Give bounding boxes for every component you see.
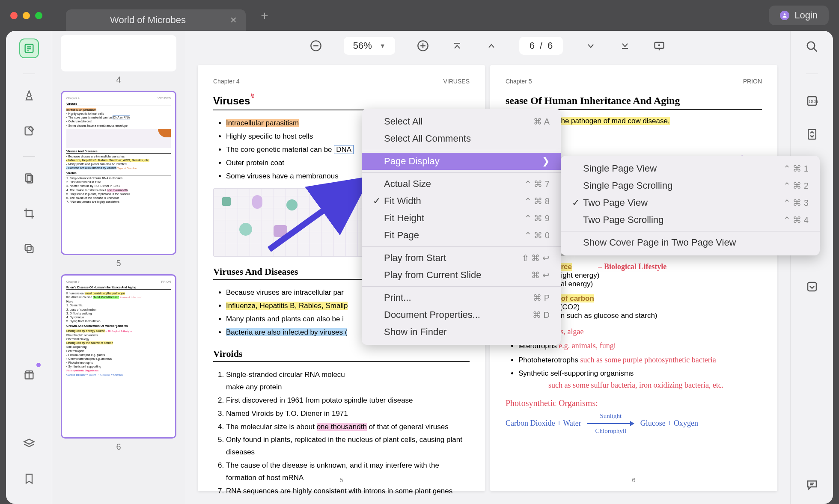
page-number: 5 bbox=[339, 476, 343, 483]
ocr-icon[interactable]: OCR bbox=[806, 95, 818, 107]
submenu-show-cover-page[interactable]: Show Cover Page in Two Page View bbox=[561, 234, 820, 251]
menu-select-all-comments[interactable]: Select All Comments bbox=[362, 130, 561, 147]
menu-page-display[interactable]: Page Display❯ bbox=[362, 153, 561, 170]
svg-text:OCR: OCR bbox=[809, 99, 818, 104]
new-tab-button[interactable]: ＋ bbox=[259, 7, 271, 24]
bookmark-icon[interactable] bbox=[19, 469, 39, 489]
presentation-button[interactable] bbox=[653, 39, 666, 52]
login-label: Login bbox=[794, 10, 818, 21]
svg-marker-12 bbox=[24, 439, 34, 445]
thumbnail-number: 6 bbox=[61, 442, 176, 452]
separator bbox=[23, 156, 35, 157]
heading-prion: sease Of Human Inheritance And Aging bbox=[506, 95, 762, 110]
submenu-two-page-view[interactable]: ✓Two Page View⌃ ⌘ 3 bbox=[561, 194, 820, 211]
arrow-icon bbox=[587, 420, 634, 427]
svg-rect-8 bbox=[25, 245, 31, 251]
diagram-title: Photosynthetic Organisms: bbox=[506, 398, 762, 408]
crop-tool-icon[interactable] bbox=[19, 204, 39, 223]
menu-fit-height[interactable]: Fit Height⌃ ⌘ 9 bbox=[362, 210, 561, 227]
thumbnails-panel: 4 Chapter 4 VIRUSES Viruses Intracellula… bbox=[52, 31, 185, 504]
next-page-button[interactable] bbox=[584, 39, 597, 52]
separator bbox=[362, 172, 561, 173]
separator bbox=[561, 231, 820, 231]
current-page: 6 bbox=[530, 40, 535, 51]
menu-play-from-start[interactable]: Play from Start⇧ ⌘ ↩ bbox=[362, 249, 561, 267]
close-tab-icon[interactable]: ✕ bbox=[230, 15, 237, 25]
submenu-single-page-scrolling[interactable]: Single Page Scrolling⌃ ⌘ 2 bbox=[561, 177, 820, 194]
stack-icon[interactable] bbox=[19, 434, 39, 454]
menu-print[interactable]: Print...⌘ P bbox=[362, 289, 561, 306]
prev-page-button[interactable] bbox=[485, 39, 498, 52]
highlight-tool-icon[interactable] bbox=[19, 86, 39, 106]
search-icon[interactable] bbox=[806, 40, 818, 53]
menu-select-all[interactable]: Select All⌘ A bbox=[362, 113, 561, 130]
separator bbox=[806, 74, 818, 74]
zoom-in-button[interactable] bbox=[417, 39, 429, 52]
zoom-out-button[interactable] bbox=[309, 39, 322, 52]
close-window-icon[interactable] bbox=[10, 12, 18, 19]
menu-show-in-finder[interactable]: Show in Finder bbox=[362, 323, 561, 341]
chevron-down-icon: ▼ bbox=[380, 42, 386, 49]
svg-rect-30 bbox=[808, 282, 816, 291]
page-indicator[interactable]: 6 / 6 bbox=[519, 37, 563, 55]
zoom-level-dropdown[interactable]: 56% ▼ bbox=[344, 37, 395, 55]
menu-play-from-current[interactable]: Play from Current Slide⌘ ↩ bbox=[362, 267, 561, 284]
gift-icon[interactable] bbox=[19, 365, 39, 384]
heading-viroids: Viroids bbox=[213, 348, 470, 362]
separator bbox=[362, 150, 561, 150]
thumbnail-page-5[interactable]: Chapter 4 VIRUSES Viruses Intracellular … bbox=[61, 91, 176, 255]
layers-tool-icon[interactable] bbox=[19, 239, 39, 258]
first-page-button[interactable] bbox=[451, 39, 464, 52]
page-display-submenu: Single Page View⌃ ⌘ 1 Single Page Scroll… bbox=[561, 156, 820, 255]
user-avatar-icon bbox=[780, 11, 789, 20]
svg-point-21 bbox=[659, 45, 660, 46]
thumbnail-page-6[interactable]: Chapter 5 PRION Prion's Disease Of Human… bbox=[61, 274, 176, 439]
maximize-window-icon[interactable] bbox=[35, 12, 42, 19]
title-bar: World of Microbes ✕ ＋ Login bbox=[0, 0, 839, 31]
submenu-single-page-view[interactable]: Single Page View⌃ ⌘ 1 bbox=[561, 160, 820, 177]
menu-fit-width[interactable]: ✓Fit Width⌃ ⌘ 8 bbox=[362, 193, 561, 210]
submenu-two-page-scrolling[interactable]: Two Page Scrolling⌃ ⌘ 4 bbox=[561, 211, 820, 228]
comments-icon[interactable] bbox=[806, 478, 818, 491]
last-page-button[interactable] bbox=[619, 39, 631, 52]
separator bbox=[362, 246, 561, 247]
svg-point-25 bbox=[807, 42, 815, 50]
right-toolbar: OCR bbox=[790, 31, 833, 504]
page-number: 6 bbox=[632, 476, 635, 483]
tab-title: World of Microbes bbox=[74, 15, 221, 26]
zoom-value: 56% bbox=[353, 40, 372, 51]
menu-fit-page[interactable]: Fit Page⌃ ⌘ 0 bbox=[362, 227, 561, 244]
separator bbox=[362, 286, 561, 287]
annotate-tool-icon[interactable] bbox=[19, 121, 39, 141]
top-controls: 56% ▼ 6 / 6 bbox=[185, 31, 790, 61]
chevron-right-icon: ❯ bbox=[542, 156, 550, 167]
thumbnail-page-4[interactable] bbox=[61, 35, 176, 71]
heading-viruses: Viruses↯ bbox=[213, 95, 470, 110]
menu-document-properties[interactable]: Document Properties...⌘ D bbox=[362, 306, 561, 323]
window-controls bbox=[10, 12, 42, 19]
context-menu: Select All⌘ A Select All Comments Page D… bbox=[362, 109, 561, 345]
total-pages: 6 bbox=[547, 40, 553, 51]
thumbnail-number: 4 bbox=[61, 75, 176, 85]
separator bbox=[23, 74, 35, 74]
thumbnail-number: 5 bbox=[61, 258, 176, 268]
svg-rect-9 bbox=[27, 246, 33, 252]
document-tab[interactable]: World of Microbes ✕ bbox=[66, 9, 246, 31]
pages-tool-icon[interactable] bbox=[19, 169, 39, 188]
minimize-window-icon[interactable] bbox=[23, 12, 30, 19]
convert-icon[interactable] bbox=[806, 128, 818, 141]
login-button[interactable]: Login bbox=[769, 6, 829, 25]
svg-line-26 bbox=[813, 48, 817, 52]
svg-point-0 bbox=[784, 13, 786, 15]
svg-marker-24 bbox=[630, 421, 634, 426]
export-icon[interactable] bbox=[806, 280, 818, 293]
reader-mode-icon[interactable] bbox=[19, 39, 39, 58]
photosynthesis-diagram: Carbon Dioxide + Water Sunlight Chloroph… bbox=[506, 412, 762, 435]
left-toolbar bbox=[6, 31, 52, 504]
menu-actual-size[interactable]: Actual Size⌃ ⌘ 7 bbox=[362, 175, 561, 193]
